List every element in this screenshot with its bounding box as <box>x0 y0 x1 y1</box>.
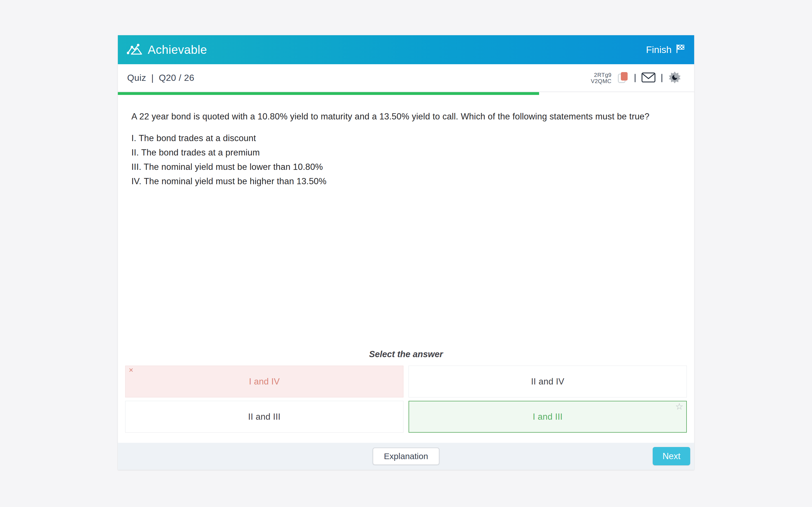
mail-icon <box>642 72 656 83</box>
select-answer-prompt: Select the answer <box>118 349 694 359</box>
quiz-footer: Explanation Next <box>118 443 694 470</box>
theme-toggle-icon <box>668 71 681 85</box>
content-spacer <box>118 188 694 349</box>
answer-option-ii-and-iii[interactable]: II and III <box>125 401 403 433</box>
checkered-flag-icon <box>675 44 685 56</box>
brand-name: Achievable <box>148 43 207 57</box>
quiz-window: Achievable Finish Quiz | <box>118 35 694 470</box>
copy-session-button[interactable] <box>617 71 629 85</box>
toolbar-divider <box>635 74 636 82</box>
copy-icon <box>617 71 629 85</box>
quiz-toolbar: Quiz | Q20 / 26 2RTg9 V2QMC <box>118 64 694 92</box>
statement-1: I. The bond trades at a discount <box>132 131 680 145</box>
statement-3: III. The nominal yield must be lower tha… <box>132 160 680 174</box>
session-code-line1: 2RTg9 <box>591 72 612 78</box>
incorrect-x-icon: × <box>129 367 133 374</box>
toolbar-actions: 2RTg9 V2QMC <box>591 71 681 85</box>
finish-label: Finish <box>646 44 672 55</box>
brand[interactable]: Achievable <box>127 43 207 57</box>
session-code: 2RTg9 V2QMC <box>591 72 612 84</box>
toolbar-divider <box>661 74 662 82</box>
explanation-button[interactable]: Explanation <box>373 448 440 465</box>
question-statements: I. The bond trades at a discount II. The… <box>132 131 680 188</box>
statement-4: IV. The nominal yield must be higher tha… <box>132 174 680 188</box>
session-code-line2: V2QMC <box>591 78 612 84</box>
feedback-button[interactable] <box>642 72 656 83</box>
answer-label: II and IV <box>531 377 564 387</box>
quiz-label: Quiz <box>127 73 146 83</box>
question-panel: A 22 year bond is quoted with a 10.80% y… <box>118 95 694 443</box>
breadcrumb-separator: | <box>151 73 154 83</box>
question-counter: Q20 / 26 <box>159 73 194 83</box>
breadcrumb: Quiz | Q20 / 26 <box>127 73 194 83</box>
correct-star-icon: ☆ <box>675 402 683 411</box>
achievable-logo-icon <box>127 43 143 56</box>
answers-grid: × I and IV II and IV II and III ☆ I and … <box>125 365 687 433</box>
answer-label: I and III <box>532 412 562 422</box>
answer-option-i-and-iv[interactable]: × I and IV <box>125 365 403 397</box>
theme-toggle-button[interactable] <box>668 71 681 85</box>
answer-option-i-and-iii[interactable]: ☆ I and III <box>409 401 687 433</box>
answer-label: I and IV <box>249 377 280 387</box>
question-text: A 22 year bond is quoted with a 10.80% y… <box>132 111 680 122</box>
progress-bar <box>118 92 694 95</box>
next-button[interactable]: Next <box>653 447 690 465</box>
statement-2: II. The bond trades at a premium <box>132 145 680 160</box>
progress-fill <box>118 92 539 95</box>
finish-button[interactable]: Finish <box>646 44 685 56</box>
answer-label: II and III <box>248 412 281 422</box>
app-header: Achievable Finish <box>118 35 694 64</box>
answer-option-ii-and-iv[interactable]: II and IV <box>409 365 687 397</box>
